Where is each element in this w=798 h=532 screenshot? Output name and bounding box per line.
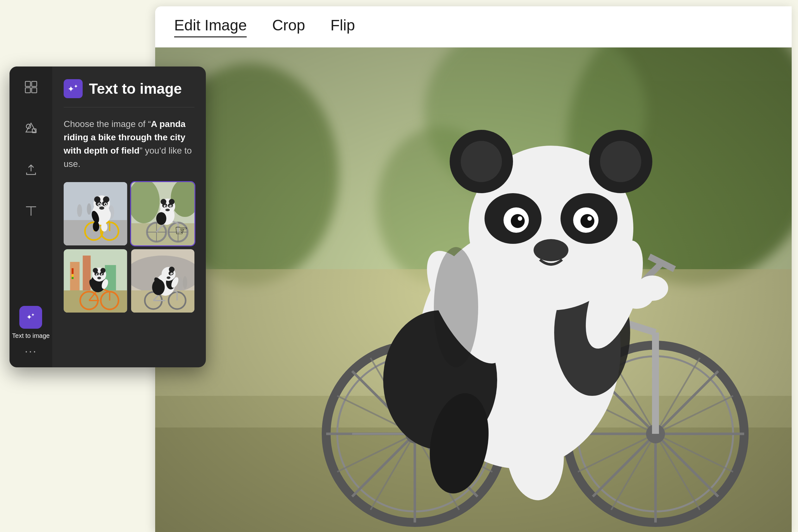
image-panel-header: Edit Image Crop Flip <box>155 6 792 48</box>
svg-point-165 <box>183 276 187 289</box>
text-icon-btn[interactable] <box>20 200 42 222</box>
svg-rect-71 <box>32 81 37 87</box>
sidebar-panel: ✦ ✦ Text to image ··· ✦ ✦ Text to image <box>10 66 206 367</box>
panel-description: Choose the image of “A panda riding a bi… <box>64 117 194 171</box>
svg-point-53 <box>600 141 641 182</box>
panel-title: Text to image <box>89 80 182 97</box>
svg-point-164 <box>178 277 183 291</box>
svg-point-51 <box>461 141 502 182</box>
text-to-image-sidebar-btn[interactable]: ✦ ✦ Text to image <box>12 306 50 340</box>
svg-point-58 <box>511 214 525 228</box>
ai-icon-box: ✦ ✦ <box>64 79 83 98</box>
svg-point-107 <box>93 221 99 231</box>
shapes-icon-btn[interactable] <box>20 117 42 139</box>
grid-item-1[interactable] <box>64 182 127 245</box>
tab-crop[interactable]: Crop <box>272 17 305 37</box>
svg-point-158 <box>97 277 101 279</box>
svg-point-132 <box>170 206 172 207</box>
svg-rect-70 <box>25 81 31 87</box>
svg-rect-135 <box>70 262 79 290</box>
grid-item-3[interactable] <box>64 249 127 312</box>
svg-point-108 <box>101 223 107 231</box>
svg-point-59 <box>581 214 594 228</box>
grid-item-2[interactable]: ☞ <box>131 182 195 245</box>
image-panel: Edit Image Crop Flip <box>155 6 792 532</box>
svg-point-104 <box>99 207 104 210</box>
svg-point-180 <box>167 277 170 279</box>
svg-rect-72 <box>25 88 31 93</box>
svg-point-86 <box>77 204 82 217</box>
svg-point-133 <box>165 209 170 211</box>
more-options-btn[interactable]: ··· <box>25 344 37 358</box>
svg-point-61 <box>587 216 592 221</box>
svg-rect-138 <box>72 268 74 274</box>
ai-icon-box-small: ✦ ✦ <box>19 306 42 329</box>
svg-rect-139 <box>72 274 74 277</box>
tab-flip[interactable]: Flip <box>330 17 355 37</box>
svg-point-157 <box>102 274 103 275</box>
svg-text:✦: ✦ <box>74 83 78 89</box>
svg-point-69 <box>636 276 668 301</box>
svg-text:✦: ✦ <box>68 84 74 94</box>
upload-icon-btn[interactable] <box>20 158 42 180</box>
icon-strip-bottom: ✦ ✦ Text to image ··· <box>12 306 50 358</box>
sidebar-tool-label: Text to image <box>12 332 50 340</box>
svg-rect-73 <box>32 88 37 93</box>
tab-edit-image[interactable]: Edit Image <box>174 17 247 37</box>
layout-icon-btn[interactable] <box>20 76 42 98</box>
svg-point-156 <box>97 274 98 275</box>
svg-point-179 <box>171 273 173 275</box>
image-grid: ☞ <box>64 182 194 312</box>
svg-rect-136 <box>83 255 91 290</box>
icon-strip: ✦ ✦ Text to image ··· <box>10 66 52 367</box>
svg-point-60 <box>518 216 522 221</box>
svg-text:✦: ✦ <box>31 312 35 317</box>
panda-scene-svg <box>155 48 792 532</box>
content-panel: ✦ ✦ Text to image Choose the image of “A… <box>52 66 206 367</box>
svg-point-102 <box>98 204 100 205</box>
svg-point-62 <box>534 239 568 261</box>
svg-point-103 <box>105 204 107 205</box>
panda-image-container <box>155 48 792 532</box>
svg-rect-140 <box>72 277 74 279</box>
panel-header: ✦ ✦ Text to image <box>64 79 194 107</box>
svg-point-64 <box>434 247 478 367</box>
svg-point-123 <box>156 212 166 225</box>
grid-item-4[interactable] <box>131 249 195 312</box>
svg-point-87 <box>87 203 91 215</box>
svg-point-131 <box>165 206 166 207</box>
